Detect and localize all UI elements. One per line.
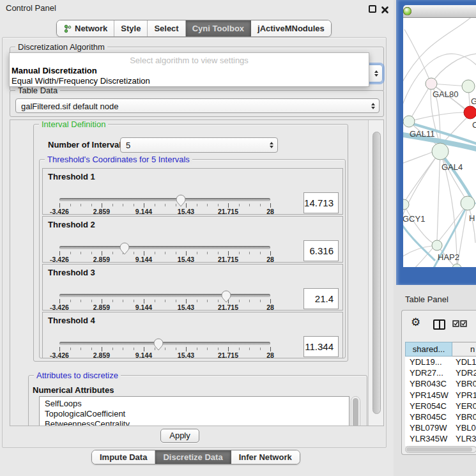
cell-name[interactable]: YPR1: [452, 390, 476, 401]
tab-jactivemnodules[interactable]: jActiveMNodules: [251, 20, 331, 36]
cell-name[interactable]: YDR2: [452, 368, 476, 379]
table-data-combobox[interactable]: galFiltered.sif default node: [15, 98, 380, 113]
group-title: Threshold's Coordinates for 5 Intervals: [45, 155, 192, 164]
number-of-intervals-combobox[interactable]: 5: [120, 137, 278, 153]
cell-shared-name[interactable]: YLR345W: [405, 434, 452, 445]
table-row[interactable]: YBR043CYBR0: [405, 379, 476, 390]
tab-select[interactable]: Select: [148, 20, 185, 36]
table-row[interactable]: YBR045CYBR0: [405, 412, 476, 423]
network-node[interactable]: [432, 143, 449, 160]
table-row[interactable]: YDL19...YDL1: [405, 357, 476, 368]
split-column-icon[interactable]: [433, 319, 445, 330]
apply-button[interactable]: Apply: [160, 429, 199, 443]
checkbox-icon[interactable]: [452, 320, 459, 327]
threshold-slider-track[interactable]: [59, 342, 270, 345]
scrollbar-thumb[interactable]: [406, 447, 472, 452]
group-title: Interval Definition: [39, 119, 108, 129]
cell-shared-name[interactable]: YDR27...: [405, 368, 452, 379]
table-row[interactable]: YER054CYER0: [405, 401, 476, 412]
scrollbar-thumb[interactable]: [372, 132, 381, 414]
tab-infer-network[interactable]: Infer Network: [231, 450, 300, 464]
table-row[interactable]: YPR145WYPR1: [405, 390, 476, 401]
network-edge[interactable]: [403, 152, 433, 165]
number-of-intervals-label: Number of Intervals: [48, 140, 126, 150]
cell-name[interactable]: YER0: [452, 401, 476, 412]
network-node[interactable]: [426, 78, 437, 89]
threshold-value-box[interactable]: 21.4: [303, 288, 339, 309]
node-label: GAL80: [433, 89, 458, 99]
table-row[interactable]: YBL079WYBL0: [405, 423, 476, 434]
horizontal-scrollbar[interactable]: [405, 446, 476, 453]
attribute-list-item[interactable]: SelfLoops: [45, 399, 349, 409]
tab-impute-data[interactable]: Impute Data: [92, 450, 155, 464]
cell-shared-name[interactable]: YDL19...: [405, 357, 452, 368]
threshold-slider-track[interactable]: [59, 246, 270, 249]
network-node[interactable]: [464, 106, 476, 119]
column-header-shared-name[interactable]: shared...: [405, 342, 452, 357]
network-canvas[interactable]: GAL80GCGAL11GAL4GCY1HHAP2: [403, 18, 476, 267]
attribute-list-scrollbar[interactable]: [351, 396, 360, 426]
cell-name[interactable]: YLR3: [452, 434, 476, 445]
tab-cyni-toolbox[interactable]: Cyni Toolbox: [186, 20, 251, 36]
slider-thumb[interactable]: [220, 289, 232, 303]
close-icon[interactable]: [381, 5, 389, 13]
threshold-slider-track[interactable]: [59, 294, 270, 297]
slider-thumb[interactable]: [119, 242, 130, 255]
network-edge[interactable]: [437, 151, 440, 240]
dropdown-item-manual-discretization[interactable]: Manual Discretization: [12, 66, 97, 75]
checkbox-icons[interactable]: [452, 320, 467, 327]
cell-name[interactable]: YBR0: [452, 379, 476, 390]
network-node[interactable]: [461, 196, 475, 210]
slider-thumb[interactable]: [175, 194, 187, 207]
cell-shared-name[interactable]: YBR043C: [405, 379, 452, 390]
table-row[interactable]: YLR345WYLR3: [405, 434, 476, 445]
network-node[interactable]: [403, 199, 409, 210]
cell-shared-name[interactable]: YBR045C: [405, 412, 452, 423]
cell-shared-name[interactable]: YPR145W: [405, 390, 452, 401]
network-edge[interactable]: [431, 54, 476, 84]
threshold-slider-track[interactable]: [59, 198, 270, 201]
vertical-scrollbar[interactable]: [368, 120, 384, 426]
attributes-group: Attributes to discretize Numerical Attri…: [28, 375, 367, 426]
column-header-name[interactable]: n: [452, 342, 476, 357]
cell-shared-name[interactable]: YBL079W: [405, 423, 452, 434]
threshold-list: Threshold 1 -3.4262.8599.14415.4321.7152…: [42, 168, 343, 360]
top-tab-bar: NetworkStyleSelectCyni ToolboxjActiveMNo…: [56, 20, 332, 37]
tab-style[interactable]: Style: [114, 20, 148, 36]
threshold-value-box[interactable]: 14.713: [303, 192, 339, 213]
network-edge[interactable]: [409, 84, 431, 121]
tab-discretize-data[interactable]: Discretize Data: [155, 450, 231, 464]
scrollbar-thumb[interactable]: [353, 398, 358, 426]
dropdown-item-equal-width-frequency[interactable]: Equal Width/Frequency Discretization: [12, 76, 150, 86]
network-node[interactable]: [432, 240, 442, 250]
slider-thumb[interactable]: [153, 337, 164, 351]
attribute-list-item[interactable]: BetweennessCentrality: [45, 419, 349, 426]
threshold-value-box[interactable]: 6.316: [303, 240, 339, 261]
float-window-icon[interactable]: [369, 5, 376, 13]
cell-name[interactable]: YBR0: [452, 412, 476, 423]
threshold-label: Threshold 4: [48, 316, 95, 325]
network-edge[interactable]: [409, 112, 464, 121]
network-edge[interactable]: [403, 18, 475, 88]
attribute-list[interactable]: SelfLoopsTopologicalCoefficientBetweenne…: [39, 396, 349, 426]
tab-label: Cyni Toolbox: [192, 24, 244, 33]
attribute-list-item[interactable]: TopologicalCoefficient: [45, 409, 349, 419]
cell-shared-name[interactable]: YER054C: [405, 401, 452, 412]
network-window-titlebar[interactable]: [403, 5, 476, 18]
network-node[interactable]: [403, 116, 415, 127]
zoom-traffic-light-icon[interactable]: [403, 7, 411, 15]
control-panel: Control Panel NetworkStyleSelectCyni Too…: [0, 0, 394, 476]
checkbox-icon[interactable]: [460, 320, 467, 327]
table-row[interactable]: YDR27...YDR2: [405, 368, 476, 379]
cell-name[interactable]: YDL1: [452, 357, 476, 368]
network-edge[interactable]: [404, 204, 433, 243]
node-label: H: [469, 213, 475, 223]
tab-network[interactable]: Network: [57, 20, 114, 36]
group-title: Discretization Algorithm: [15, 42, 107, 52]
network-node[interactable]: [462, 80, 475, 93]
table-data-group: Table Data galFiltered.sif default node: [10, 90, 384, 117]
network-node[interactable]: [452, 264, 461, 267]
threshold-value-box[interactable]: 11.344: [303, 336, 339, 357]
gear-icon[interactable]: ⚙: [411, 316, 420, 329]
cell-name[interactable]: YBL0: [452, 423, 476, 434]
